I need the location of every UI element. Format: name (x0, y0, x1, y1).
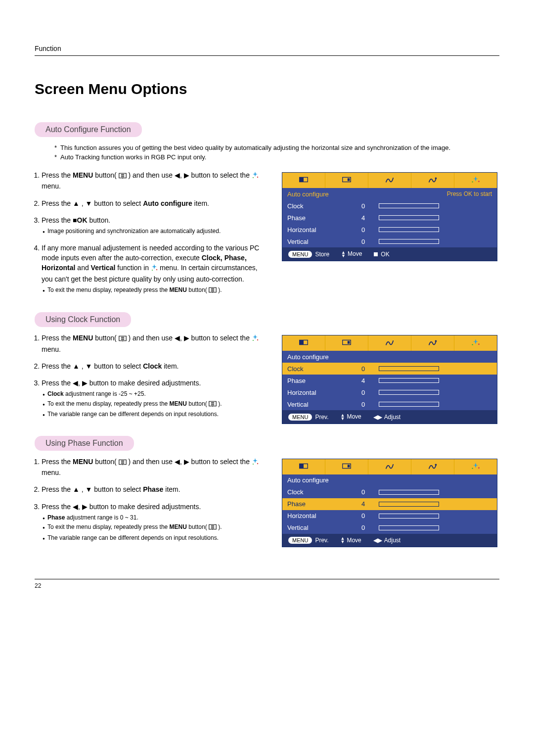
osd-row-value: 0 (361, 226, 379, 234)
osd-tab-icon (454, 335, 497, 351)
note: The variable range can be different depe… (43, 410, 270, 419)
svg-point-20 (257, 463, 258, 464)
steps-auto: Press the MENU button( ) and then use ◀,… (42, 170, 270, 295)
osd-tab-icon (454, 173, 497, 188)
svg-rect-25 (348, 465, 350, 468)
osd-tab-icon (411, 459, 454, 474)
svg-rect-23 (300, 464, 304, 468)
osd-tabs (282, 173, 497, 188)
svg-point-2 (156, 269, 157, 270)
osd-row: Auto configure (282, 351, 497, 363)
osd-row: Phase4 (282, 498, 497, 510)
note: To exit the menu display, repeatedly pre… (43, 523, 270, 532)
svg-point-10 (472, 181, 473, 182)
svg-rect-14 (300, 340, 304, 345)
osd-row-bar (379, 514, 439, 519)
sparkle-icon (252, 458, 259, 468)
osd-row-bar (379, 227, 439, 232)
step: Press the MENU button( ) and then use ◀,… (42, 170, 270, 191)
osd-tab-icon (325, 335, 368, 351)
osd-row-value: 0 (361, 389, 379, 396)
page-title: Screen Menu Options (35, 81, 499, 97)
osd-row-label: Horizontal (287, 512, 361, 520)
menu-icon (119, 458, 127, 468)
updown-icon: ▲▼ (341, 537, 345, 544)
osd-tab-icon (368, 335, 411, 351)
osd-row: Horizontal0 (282, 224, 497, 236)
step: If any more manual adjustement is needed… (42, 243, 270, 296)
osd-row: Clock0 (282, 363, 497, 375)
osd-row-label: Vertical (287, 524, 361, 531)
osd-row-bar (379, 402, 439, 407)
updown-icon: ▲▼ (341, 414, 345, 421)
note: Image positioning and synchronization ar… (43, 227, 270, 236)
osd-row: Clock0 (282, 200, 497, 212)
updown-icon: ▲▼ (341, 251, 346, 258)
osd-row-bar (379, 239, 439, 244)
svg-point-18 (478, 343, 480, 345)
doc-section-label: Function (35, 45, 499, 56)
osd-auto: Auto configurePress OK to startClock0Pha… (282, 172, 497, 261)
leftright-icon: ◀▶ (373, 414, 382, 421)
osd-foot-menu-pill: MENU (288, 537, 312, 544)
osd-tab-icon (368, 173, 411, 188)
osd-row-value: 0 (361, 488, 379, 496)
step: Press the ◀, ▶ button to make desired ad… (42, 378, 270, 419)
osd-row-bar (379, 215, 439, 220)
osd-row-value: 4 (361, 500, 379, 508)
osd-tab-icon (282, 173, 325, 188)
osd-tab-icon (411, 335, 454, 351)
svg-point-17 (435, 340, 437, 342)
leftright-icon: ◀▶ (373, 537, 382, 544)
osd-row-value: 0 (361, 524, 379, 531)
svg-point-26 (435, 464, 437, 466)
osd-tab-icon (411, 173, 454, 188)
osd-row-value: 0 (361, 202, 379, 210)
osd-phase: Auto configureClock0Phase4Horizontal0Ver… (282, 459, 497, 548)
osd-tabs (282, 459, 497, 474)
section-heading-auto: Auto Configure Function (35, 122, 142, 137)
osd-row-label: Clock (287, 202, 361, 210)
svg-point-0 (257, 177, 258, 178)
svg-point-3 (152, 270, 153, 271)
osd-row-label: Auto configure (287, 476, 361, 484)
osd-row: Clock0 (282, 486, 497, 498)
step: Press the ◀, ▶ button to make desired ad… (42, 502, 270, 542)
svg-point-27 (478, 467, 480, 469)
steps-phase: Press the MENU button( ) and then use ◀,… (42, 457, 270, 542)
svg-point-9 (478, 181, 480, 182)
step: Press the MENU button( ) and then use ◀,… (42, 457, 270, 478)
osd-row-bar (379, 366, 439, 371)
note: To exit the menu display, repeatedly pre… (43, 400, 270, 409)
osd-row: Phase4 (282, 375, 497, 386)
svg-point-21 (253, 464, 254, 465)
steps-clock: Press the MENU button( ) and then use ◀,… (42, 333, 270, 419)
intro-list: This function assures you of getting the… (35, 143, 499, 161)
osd-foot-menu-pill: MENU (288, 251, 312, 258)
sparkle-icon (252, 334, 259, 344)
note: To exit the menu display, repeatedly pre… (43, 286, 270, 295)
osd-row-label: Phase (287, 500, 361, 508)
osd-tabs (282, 335, 497, 351)
osd-tab-icon (282, 335, 325, 351)
osd-tab-icon (368, 459, 411, 474)
svg-point-1 (253, 177, 254, 178)
osd-row-bar (379, 525, 439, 530)
osd-row-label: Vertical (287, 401, 361, 408)
osd-row: Phase4 (282, 212, 497, 224)
osd-tab-icon (454, 459, 497, 474)
osd-row-label: Clock (287, 488, 361, 496)
svg-point-11 (257, 339, 258, 340)
svg-point-28 (472, 468, 473, 469)
osd-row-value: 0 (361, 512, 379, 520)
osd-row-value: 4 (361, 214, 379, 222)
svg-point-8 (435, 178, 437, 180)
osd-tab-icon (325, 173, 368, 188)
intro-item: Auto Tracking function works in RGB PC i… (54, 153, 499, 162)
osd-row-value: 0 (361, 365, 379, 373)
menu-icon (119, 171, 127, 181)
osd-row: Vertical0 (282, 398, 497, 410)
osd-foot-menu-pill: MENU (288, 414, 312, 421)
note: Phase adjustment range is 0 ~ 31. (43, 514, 270, 522)
osd-row-label: Horizontal (287, 226, 361, 234)
